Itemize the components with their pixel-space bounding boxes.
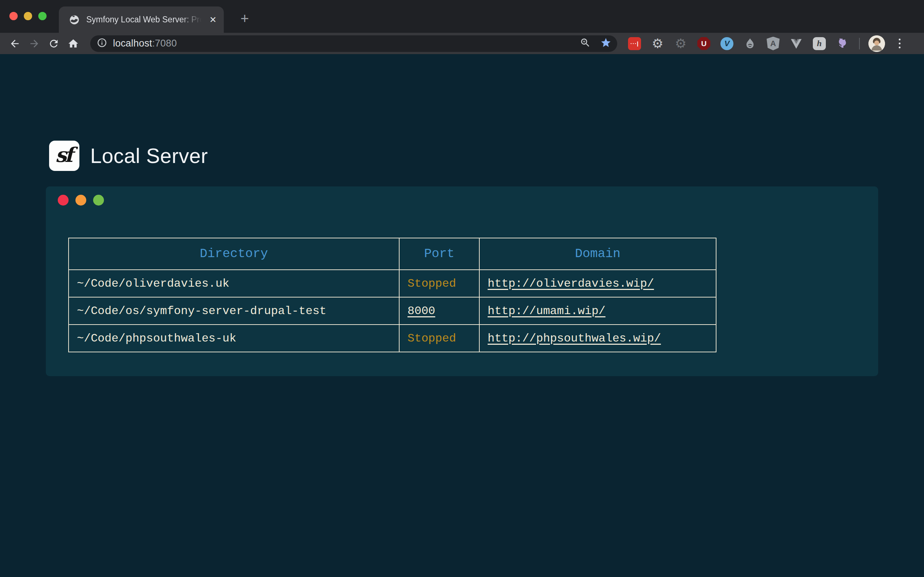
- toolbar-separator: [859, 38, 860, 49]
- table-row: ~/Code/os/symfony-server-drupal-test 800…: [69, 297, 716, 324]
- window-close-button[interactable]: [10, 12, 18, 20]
- servers-table: Directory Port Domain ~/Code/oliverdavie…: [68, 238, 716, 352]
- card-dot-red: [58, 195, 69, 206]
- url-host: localhost: [113, 38, 152, 49]
- table-row: ~/Code/oliverdavies.uk Stopped http://ol…: [69, 270, 716, 297]
- window-minimize-button[interactable]: [24, 12, 32, 20]
- site-info-icon[interactable]: [97, 37, 107, 49]
- vue-extension-icon[interactable]: [789, 36, 803, 51]
- domain-cell: http://oliverdavies.wip/: [479, 270, 716, 297]
- port-cell: Stopped: [399, 270, 479, 297]
- url-text: localhost:7080: [113, 38, 177, 49]
- url-port: :7080: [152, 38, 177, 49]
- tab-close-icon[interactable]: ✕: [209, 16, 216, 24]
- domain-link[interactable]: http://umami.wip/: [488, 305, 605, 318]
- h-extension-icon[interactable]: h: [812, 36, 827, 51]
- gear-dimmed-extension-icon[interactable]: ⚙: [674, 36, 688, 51]
- back-button[interactable]: [5, 34, 24, 53]
- table-row: ~/Code/phpsouthwales-uk Stopped http://p…: [69, 324, 716, 352]
- angular-extension-icon[interactable]: A: [766, 36, 780, 51]
- page-title: Local Server: [90, 144, 208, 168]
- port-link[interactable]: 8000: [407, 305, 435, 318]
- domain-link[interactable]: http://oliverdavies.wip/: [488, 277, 654, 290]
- column-header-port: Port: [399, 238, 479, 270]
- bookmark-star-icon[interactable]: [600, 37, 611, 50]
- directory-cell: ~/Code/oliverdavies.uk: [69, 270, 399, 297]
- reload-button[interactable]: [44, 34, 63, 53]
- port-status: Stopped: [407, 277, 456, 290]
- zoom-in-icon[interactable]: [580, 37, 591, 50]
- github-octocat-extension-icon[interactable]: [835, 36, 850, 51]
- forward-button[interactable]: [24, 34, 44, 53]
- column-header-domain: Domain: [479, 238, 716, 270]
- page-background: sf Local Server Directory Port Domain ~/…: [0, 54, 924, 577]
- column-header-directory: Directory: [69, 238, 399, 270]
- home-button[interactable]: [63, 34, 83, 53]
- domain-cell: http://phpsouthwales.wip/: [479, 324, 716, 352]
- globe-favicon-icon: [69, 15, 80, 25]
- domain-link[interactable]: http://phpsouthwales.wip/: [488, 332, 661, 345]
- url-bar[interactable]: localhost:7080: [90, 35, 617, 52]
- card-dot-green: [93, 195, 104, 206]
- gear-extension-icon[interactable]: ⚙: [650, 36, 665, 51]
- tab-bar: Symfony Local Web Server: Prox ✕ +: [0, 0, 924, 33]
- card-window-dots: [58, 195, 104, 206]
- browser-toolbar: localhost:7080 ···| ⚙ ⚙ U V A: [0, 33, 924, 54]
- tab-title: Symfony Local Web Server: Prox: [86, 15, 202, 24]
- table-header-row: Directory Port Domain: [69, 238, 716, 270]
- terminal-card: Directory Port Domain ~/Code/oliverdavie…: [46, 187, 878, 376]
- browser-menu-button[interactable]: [892, 35, 907, 52]
- port-cell: 8000: [399, 297, 479, 324]
- profile-avatar[interactable]: [868, 35, 885, 52]
- card-dot-orange: [76, 195, 86, 206]
- port-status: Stopped: [407, 332, 456, 345]
- symfony-logo-icon: sf: [49, 141, 79, 171]
- port-cell: Stopped: [399, 324, 479, 352]
- page-header: sf Local Server: [49, 141, 208, 171]
- directory-cell: ~/Code/os/symfony-server-drupal-test: [69, 297, 399, 324]
- new-tab-button[interactable]: +: [236, 10, 253, 27]
- ublock-extension-icon[interactable]: U: [696, 36, 711, 51]
- extensions-row: ···| ⚙ ⚙ U V A h: [627, 36, 850, 51]
- domain-cell: http://umami.wip/: [479, 297, 716, 324]
- window-zoom-button[interactable]: [38, 12, 47, 20]
- blue-v-extension-icon[interactable]: V: [720, 36, 734, 51]
- lastpass-extension-icon[interactable]: ···|: [627, 36, 642, 51]
- drupal-extension-icon[interactable]: [743, 36, 757, 51]
- browser-tab[interactable]: Symfony Local Web Server: Prox ✕: [59, 6, 224, 33]
- directory-cell: ~/Code/phpsouthwales-uk: [69, 324, 399, 352]
